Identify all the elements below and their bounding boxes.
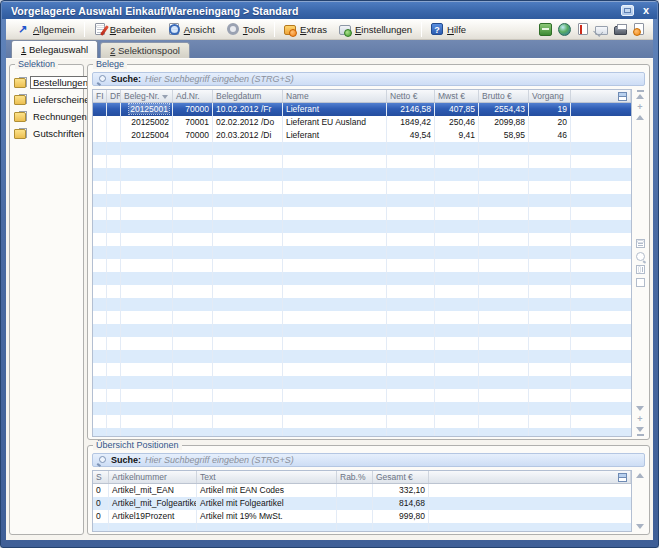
table-row[interactable]: 20125004 70000 20.03.2012 /Di Lieferant … xyxy=(93,129,631,142)
search-icon xyxy=(97,74,107,84)
empty-row xyxy=(93,246,631,259)
empty-row xyxy=(93,298,631,311)
column-chooser-icon xyxy=(618,92,627,101)
selektion-panel: Selektion Bestellungen Lieferscheine Rec… xyxy=(9,64,84,535)
tab-selektionspool[interactable]: 2 Selektionspool xyxy=(100,42,190,58)
menu-item-tools[interactable]: Tools xyxy=(221,21,271,37)
column-header-belegdatum[interactable]: Belegdatum xyxy=(213,90,283,102)
cell-brutto: 58,95 xyxy=(479,129,529,142)
view-icon xyxy=(169,23,179,35)
scroll-down-icon[interactable] xyxy=(636,524,644,529)
sidebar-item-rechnungen[interactable]: Rechnungen xyxy=(10,108,83,125)
sidebar-item-lieferscheine[interactable]: Lieferscheine xyxy=(10,91,83,108)
columns-icon[interactable] xyxy=(636,265,645,274)
belege-table-body: 20125001 70000 10.02.2012 /Fr Lieferant … xyxy=(93,103,631,437)
toolbar-right xyxy=(539,23,649,36)
positionen-search-input[interactable]: Suche: Hier Suchbegriff eingeben (STRG+S… xyxy=(92,453,645,467)
positionen-table-body: 0 Artikel_mit_EAN Artikel mit EAN Codes … xyxy=(93,484,631,532)
column-header-mwst[interactable]: Mwst € xyxy=(435,90,479,102)
belege-table: FI DR Beleg-Nr. Ad.Nr. Belegdatum Name N… xyxy=(92,89,632,437)
column-header-netto[interactable]: Netto € xyxy=(387,90,435,102)
table-tools xyxy=(636,236,645,290)
menu-item-einstellungen[interactable]: Einstellungen xyxy=(333,21,418,37)
table-row[interactable]: 0 Artikel19Prozent Artikel mit 19% MwSt.… xyxy=(93,510,631,523)
column-header-rab[interactable]: Rab.% xyxy=(337,471,373,483)
column-header-text[interactable]: Text xyxy=(197,471,337,483)
column-header-dr[interactable]: DR xyxy=(107,90,121,102)
expand-icon[interactable]: + xyxy=(637,415,642,423)
scroll-up-icon[interactable] xyxy=(636,115,644,120)
column-header-vorgang[interactable]: Vorgang xyxy=(529,90,571,102)
menu-item-extras[interactable]: Extras xyxy=(278,21,333,37)
cell-netto: 49,54 xyxy=(387,129,435,142)
table-row[interactable]: 0 Artikel_mit_EAN Artikel mit EAN Codes … xyxy=(93,484,631,497)
content-area: Selektion Bestellungen Lieferscheine Rec… xyxy=(6,58,653,540)
empty-row xyxy=(93,220,631,233)
scroll-first-icon[interactable] xyxy=(636,94,644,99)
mail-icon[interactable] xyxy=(595,26,608,35)
column-chooser-button[interactable] xyxy=(615,90,631,102)
printer-icon[interactable] xyxy=(614,26,627,35)
column-header-artikelnummer[interactable]: Artikelnummer xyxy=(109,471,197,483)
cell-artikelnummer: Artikel_mit_Folgeartikel xyxy=(109,497,197,510)
globe-icon[interactable] xyxy=(558,23,571,36)
cell-belegdatum: 20.03.2012 /Di xyxy=(213,129,283,142)
empty-row xyxy=(93,142,631,155)
empty-row xyxy=(93,376,631,389)
column-chooser-button[interactable] xyxy=(615,471,631,483)
cell-mwst: 250,46 xyxy=(435,116,479,129)
table-row[interactable]: 20125001 70000 10.02.2012 /Fr Lieferant … xyxy=(93,103,631,116)
column-header-fi[interactable]: FI xyxy=(93,90,107,102)
column-header-name[interactable]: Name xyxy=(283,90,387,102)
tools-icon xyxy=(227,23,239,35)
column-header-ad-nr[interactable]: Ad.Nr. xyxy=(173,90,213,102)
belege-scroll-strip: + + xyxy=(634,89,646,437)
empty-row xyxy=(93,259,631,272)
menu-item-allgemein[interactable]: ↗ Allgemein xyxy=(10,21,81,38)
scroll-up-icon[interactable] xyxy=(636,473,644,478)
app-window: Vorgelagerte Auswahl Einkauf/Wareneingan… xyxy=(0,0,659,548)
scroll-top-controls: + xyxy=(636,89,644,123)
package-icon[interactable] xyxy=(539,23,552,36)
table-row[interactable]: 0 Artikel_mit_Folgeartikel Artikel mit F… xyxy=(93,497,631,510)
sidebar-item-bestellungen[interactable]: Bestellungen xyxy=(10,74,83,91)
close-icon[interactable]: x xyxy=(640,5,652,16)
menu-separator xyxy=(84,22,85,37)
menu-item-bearbeiten[interactable]: Bearbeiten xyxy=(88,21,162,37)
expand-icon[interactable]: + xyxy=(637,103,642,111)
cell-brutto: 2554,43 xyxy=(479,103,529,116)
menu-item-hilfe[interactable]: ? Hilfe xyxy=(425,21,472,37)
column-header-brutto[interactable]: Brutto € xyxy=(479,90,529,102)
cell-mwst: 9,41 xyxy=(435,129,479,142)
positionen-panel-title: Übersicht Positionen xyxy=(93,440,182,450)
empty-row xyxy=(93,389,631,402)
scroll-last-icon[interactable] xyxy=(637,434,644,436)
scroll-top-controls xyxy=(636,470,644,481)
table-row[interactable]: 20125002 70001 02.02.2012 /Do Lieferant … xyxy=(93,116,631,129)
edit-icon xyxy=(95,23,105,35)
cell-artikelnummer: Artikel19Prozent xyxy=(109,510,197,523)
empty-row xyxy=(93,337,631,350)
card-icon[interactable] xyxy=(636,278,645,287)
menu-item-ansicht[interactable]: Ansicht xyxy=(162,21,221,37)
sidebar-item-gutschriften[interactable]: Gutschriften xyxy=(10,125,83,142)
scroll-down-icon[interactable] xyxy=(636,406,644,411)
column-header-s[interactable]: S xyxy=(93,471,109,483)
document-icon[interactable] xyxy=(578,23,588,35)
positionen-panel: Übersicht Positionen Suche: Hier Suchbeg… xyxy=(87,445,650,535)
scroll-last-icon[interactable] xyxy=(636,427,644,432)
cell-s: 0 xyxy=(93,484,109,497)
scroll-bottom-controls xyxy=(636,521,644,532)
column-header-gesamt[interactable]: Gesamt € xyxy=(373,471,429,483)
new-page-icon[interactable] xyxy=(634,23,644,35)
list-icon[interactable] xyxy=(636,239,645,248)
belege-search-input[interactable]: Suche: Hier Suchbegriff eingeben (STRG+S… xyxy=(92,72,645,86)
restore-icon[interactable] xyxy=(621,5,634,16)
menu-separator xyxy=(421,22,422,37)
scroll-first-icon[interactable] xyxy=(637,90,644,92)
zoom-icon[interactable] xyxy=(636,252,645,261)
positionen-scroll-strip xyxy=(634,470,646,532)
column-header-beleg-nr[interactable]: Beleg-Nr. xyxy=(121,90,173,102)
tab-belegauswahl[interactable]: 1 Belegauswahl xyxy=(11,40,98,58)
empty-row xyxy=(93,155,631,168)
